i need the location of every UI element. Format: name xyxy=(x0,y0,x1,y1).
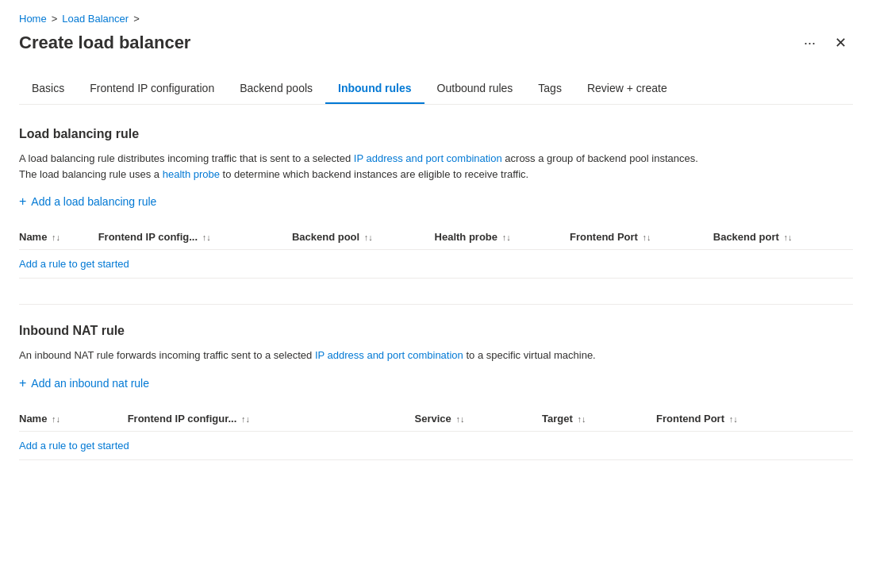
add-nat-rule-label: Add an inbound nat rule xyxy=(31,377,149,390)
nat-col-frontend-port[interactable]: Frontend Port ↑↓ xyxy=(656,406,853,432)
tab-tags[interactable]: Tags xyxy=(525,74,574,104)
lb-col-health-probe-label: Health probe xyxy=(435,231,497,243)
nat-col-name-sort[interactable]: ↑↓ xyxy=(52,414,60,424)
close-button[interactable]: ✕ xyxy=(828,31,853,55)
breadcrumb: Home > Load Balancer > xyxy=(19,13,853,25)
nat-rule-description: An inbound NAT rule forwards incoming tr… xyxy=(19,348,853,363)
lb-col-frontend-port-sort[interactable]: ↑↓ xyxy=(643,233,651,242)
lb-col-frontend-port[interactable]: Frontend Port ↑↓ xyxy=(570,225,713,250)
lb-rule-empty-row: Add a rule to get started xyxy=(19,250,853,279)
section-divider xyxy=(19,304,853,305)
tab-backend-pools[interactable]: Backend pools xyxy=(227,74,325,104)
lb-col-backend-pool-sort[interactable]: ↑↓ xyxy=(364,233,373,242)
lb-col-frontend[interactable]: Frontend IP config... ↑↓ xyxy=(98,225,292,250)
lb-col-frontend-sort[interactable]: ↑↓ xyxy=(202,233,211,242)
lb-col-health-probe[interactable]: Health probe ↑↓ xyxy=(435,225,570,250)
nat-rule-table-header: Name ↑↓ Frontend IP configur... ↑↓ Servi… xyxy=(19,406,853,432)
lb-rule-empty-message: Add a rule to get started xyxy=(19,250,853,279)
add-lb-rule-button[interactable]: + Add a load balancing rule xyxy=(19,194,156,209)
nat-rule-empty-message: Add a rule to get started xyxy=(19,431,853,459)
nat-rule-title: Inbound NAT rule xyxy=(19,324,853,338)
nat-col-name[interactable]: Name ↑↓ xyxy=(19,406,128,432)
tab-outbound-rules[interactable]: Outbound rules xyxy=(424,74,526,104)
lb-col-name-label: Name xyxy=(19,231,47,243)
nat-col-frontend-port-sort[interactable]: ↑↓ xyxy=(729,414,738,424)
title-row: Create load balancer ··· ✕ xyxy=(19,31,853,55)
tab-review-create[interactable]: Review + create xyxy=(574,74,680,104)
lb-rule-table: Name ↑↓ Frontend IP config... ↑↓ Backend… xyxy=(19,225,853,279)
lb-desc-link1[interactable]: IP address and port combination xyxy=(354,152,502,164)
nat-desc-link1[interactable]: IP address and port combination xyxy=(315,349,463,361)
lb-desc-part3: to determine which backend instances are… xyxy=(220,168,528,180)
lb-col-health-probe-sort[interactable]: ↑↓ xyxy=(502,233,511,242)
ellipsis-button[interactable]: ··· xyxy=(797,32,822,55)
add-nat-rule-plus-icon: + xyxy=(19,376,26,390)
nat-col-target-sort[interactable]: ↑↓ xyxy=(577,414,586,424)
nat-col-frontend-label: Frontend IP configur... xyxy=(128,413,237,425)
nat-col-service-sort[interactable]: ↑↓ xyxy=(455,414,464,424)
lb-desc-link2[interactable]: health probe xyxy=(163,168,220,180)
tab-inbound-rules[interactable]: Inbound rules xyxy=(325,74,424,104)
lb-col-backend-port-sort[interactable]: ↑↓ xyxy=(783,233,792,242)
page-container: Home > Load Balancer > Create load balan… xyxy=(0,0,872,588)
lb-col-backend-pool-label: Backend pool xyxy=(292,231,359,243)
breadcrumb-sep2: > xyxy=(133,13,140,25)
nat-desc-part2: to a specific virtual machine. xyxy=(463,349,596,361)
nat-col-target[interactable]: Target ↑↓ xyxy=(542,406,656,432)
breadcrumb-home[interactable]: Home xyxy=(19,13,47,25)
lb-col-name[interactable]: Name ↑↓ xyxy=(19,225,98,250)
title-actions: ··· ✕ xyxy=(797,31,853,55)
lb-rule-title: Load balancing rule xyxy=(19,127,853,141)
add-nat-rule-button[interactable]: + Add an inbound nat rule xyxy=(19,376,149,390)
breadcrumb-sep1: > xyxy=(52,13,58,25)
add-lb-rule-label: Add a load balancing rule xyxy=(31,195,156,208)
breadcrumb-load-balancer[interactable]: Load Balancer xyxy=(62,13,129,25)
nat-col-service[interactable]: Service ↑↓ xyxy=(415,406,543,432)
nat-col-target-label: Target xyxy=(542,413,573,425)
load-balancing-rule-section: Load balancing rule A load balancing rul… xyxy=(19,127,853,279)
add-lb-rule-plus-icon: + xyxy=(19,194,26,209)
lb-col-backend-port[interactable]: Backend port ↑↓ xyxy=(713,225,853,250)
lb-col-frontend-label: Frontend IP config... xyxy=(98,231,198,243)
lb-desc-part1: A load balancing rule distributes incomi… xyxy=(19,152,354,164)
lb-rule-table-header: Name ↑↓ Frontend IP config... ↑↓ Backend… xyxy=(19,225,853,250)
nat-desc-part1: An inbound NAT rule forwards incoming tr… xyxy=(19,349,315,361)
lb-col-backend-pool[interactable]: Backend pool ↑↓ xyxy=(292,225,435,250)
nat-col-frontend-port-label: Frontend Port xyxy=(656,413,724,425)
nat-col-service-label: Service xyxy=(415,413,451,425)
inbound-nat-rule-section: Inbound NAT rule An inbound NAT rule for… xyxy=(19,324,853,460)
tab-basics[interactable]: Basics xyxy=(19,74,77,104)
nat-col-name-label: Name xyxy=(19,413,47,425)
lb-rule-description: A load balancing rule distributes incomi… xyxy=(19,151,853,182)
tabs-container: Basics Frontend IP configuration Backend… xyxy=(19,74,853,105)
lb-col-name-sort[interactable]: ↑↓ xyxy=(52,233,60,242)
nat-rule-empty-row: Add a rule to get started xyxy=(19,431,853,459)
page-title: Create load balancer xyxy=(19,33,190,53)
nat-rule-table: Name ↑↓ Frontend IP configur... ↑↓ Servi… xyxy=(19,406,853,460)
lb-col-backend-port-label: Backend port xyxy=(713,231,779,243)
lb-col-frontend-port-label: Frontend Port xyxy=(570,231,638,243)
nat-col-frontend-sort[interactable]: ↑↓ xyxy=(241,414,250,424)
nat-col-frontend[interactable]: Frontend IP configur... ↑↓ xyxy=(128,406,415,432)
tab-frontend-ip[interactable]: Frontend IP configuration xyxy=(77,74,227,104)
